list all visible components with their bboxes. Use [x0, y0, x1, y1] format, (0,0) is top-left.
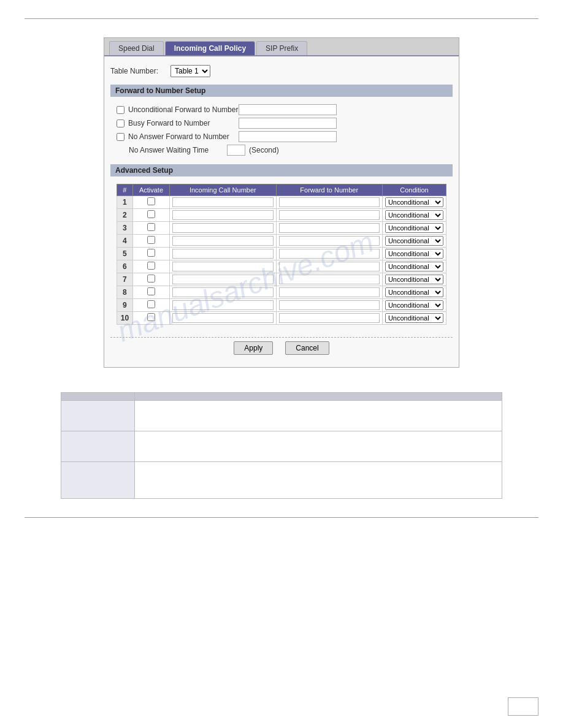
- advanced-table: # Activate Incoming Call Number Forward …: [117, 184, 446, 325]
- activate-checkbox-10[interactable]: [147, 313, 155, 321]
- bottom-row1-value: [135, 401, 502, 431]
- top-rule: [25, 18, 538, 19]
- condition-select-8[interactable]: UnconditionalBusyNo Answer: [385, 287, 443, 297]
- forward-input-5[interactable]: [279, 249, 380, 259]
- activate-cell-3: [132, 222, 169, 235]
- no-answer-input[interactable]: [239, 131, 337, 142]
- incoming-input-8[interactable]: [172, 287, 273, 297]
- advanced-table-row: 6UnconditionalBusyNo Answer: [117, 260, 446, 273]
- tab-bar: Speed Dial Incoming Call Policy SIP Pref…: [104, 38, 459, 55]
- no-answer-time-row: No Answer Waiting Time 5 (Second): [117, 145, 446, 156]
- condition-cell-4: UnconditionalBusyNo Answer: [382, 235, 446, 248]
- activate-checkbox-5[interactable]: [147, 249, 155, 257]
- col-header-activate: Activate: [132, 184, 169, 196]
- forward-cell-5: [276, 248, 382, 260]
- incoming-input-7[interactable]: [172, 275, 273, 284]
- activate-checkbox-1[interactable]: [147, 197, 155, 205]
- incoming-input-2[interactable]: [172, 210, 273, 220]
- bottom-table-row-3: [61, 462, 502, 499]
- bottom-row2-value: [135, 431, 502, 462]
- condition-select-4[interactable]: UnconditionalBusyNo Answer: [385, 236, 443, 246]
- condition-select-3[interactable]: UnconditionalBusyNo Answer: [385, 223, 443, 233]
- advanced-table-row: 1UnconditionalBusyNo Answer: [117, 196, 446, 209]
- condition-cell-10: UnconditionalBusyNo Answer: [382, 312, 446, 325]
- incoming-input-9[interactable]: [172, 300, 273, 310]
- forward-input-7[interactable]: [279, 275, 380, 284]
- forward-input-2[interactable]: [279, 210, 380, 220]
- tab-speed-dial[interactable]: Speed Dial: [109, 41, 164, 55]
- condition-cell-5: UnconditionalBusyNo Answer: [382, 248, 446, 260]
- page-container: manualsarchive.com Speed Dial Incoming C…: [0, 0, 563, 728]
- condition-select-9[interactable]: UnconditionalBusyNo Answer: [385, 300, 443, 310]
- activate-checkbox-9[interactable]: [147, 300, 155, 308]
- forward-input-9[interactable]: [279, 300, 380, 310]
- advanced-table-row: 9UnconditionalBusyNo Answer: [117, 299, 446, 312]
- forward-cell-2: [276, 209, 382, 222]
- incoming-input-5[interactable]: [172, 249, 273, 259]
- no-answer-time-input[interactable]: 5: [227, 145, 245, 156]
- row-num-5: 5: [117, 248, 133, 260]
- incoming-cell-9: [170, 299, 276, 312]
- activate-checkbox-4[interactable]: [147, 236, 155, 244]
- activate-checkbox-6[interactable]: [147, 262, 155, 270]
- condition-select-1[interactable]: UnconditionalBusyNo Answer: [385, 197, 443, 207]
- activate-checkbox-2[interactable]: [147, 210, 155, 218]
- incoming-cell-8: [170, 286, 276, 299]
- col-header-num: #: [117, 184, 133, 196]
- unconditional-checkbox[interactable]: [117, 106, 124, 114]
- activate-checkbox-3[interactable]: [147, 223, 155, 231]
- forward-input-3[interactable]: [279, 223, 380, 233]
- incoming-input-3[interactable]: [172, 223, 273, 233]
- forward-input-1[interactable]: [279, 197, 380, 207]
- busy-input[interactable]: [239, 118, 337, 129]
- apply-button[interactable]: Apply: [234, 341, 273, 355]
- tab-incoming-call-policy[interactable]: Incoming Call Policy: [165, 41, 255, 55]
- busy-forward-row: Busy Forward to Number: [117, 118, 446, 129]
- condition-select-5[interactable]: UnconditionalBusyNo Answer: [385, 249, 443, 259]
- forward-cell-4: [276, 235, 382, 248]
- bottom-row3-label: [61, 462, 135, 499]
- activate-checkbox-7[interactable]: [147, 275, 155, 282]
- incoming-input-1[interactable]: [172, 197, 273, 207]
- activate-cell-2: [132, 209, 169, 222]
- forward-input-8[interactable]: [279, 287, 380, 297]
- forward-cell-8: [276, 286, 382, 299]
- advanced-table-row: 5UnconditionalBusyNo Answer: [117, 248, 446, 260]
- row-num-9: 9: [117, 299, 133, 312]
- no-answer-time-label: No Answer Waiting Time: [129, 146, 227, 154]
- col-header-incoming: Incoming Call Number: [170, 184, 276, 196]
- condition-cell-6: UnconditionalBusyNo Answer: [382, 260, 446, 273]
- condition-select-6[interactable]: UnconditionalBusyNo Answer: [385, 262, 443, 271]
- bottom-table-header-col1: [61, 393, 135, 401]
- bottom-section: [61, 392, 502, 499]
- incoming-input-4[interactable]: [172, 236, 273, 246]
- row-num-8: 8: [117, 286, 133, 299]
- page-number-box: [508, 697, 538, 716]
- forward-input-6[interactable]: [279, 262, 380, 271]
- button-row: Apply Cancel: [110, 337, 453, 361]
- bottom-row1-label: [61, 401, 135, 431]
- col-header-forward: Forward to Number: [276, 184, 382, 196]
- activate-cell-10: [132, 312, 169, 325]
- condition-select-10[interactable]: UnconditionalBusyNo Answer: [385, 313, 443, 323]
- condition-cell-2: UnconditionalBusyNo Answer: [382, 209, 446, 222]
- busy-checkbox[interactable]: [117, 119, 124, 127]
- panel-body: Table Number: Table 1 Table 2 Table 3 Fo…: [104, 55, 459, 367]
- forward-input-10[interactable]: [279, 313, 380, 323]
- no-answer-checkbox[interactable]: [117, 133, 124, 141]
- forward-input-4[interactable]: [279, 236, 380, 246]
- cancel-button[interactable]: Cancel: [285, 341, 329, 355]
- tab-sip-prefix[interactable]: SIP Prefix: [256, 41, 307, 55]
- condition-select-7[interactable]: UnconditionalBusyNo Answer: [385, 275, 443, 284]
- table-number-select[interactable]: Table 1 Table 2 Table 3: [170, 65, 210, 77]
- incoming-input-6[interactable]: [172, 262, 273, 271]
- activate-checkbox-8[interactable]: [147, 287, 155, 295]
- unconditional-input[interactable]: [239, 104, 337, 115]
- advanced-table-row: 4UnconditionalBusyNo Answer: [117, 235, 446, 248]
- incoming-cell-7: [170, 273, 276, 286]
- incoming-input-10[interactable]: [172, 313, 273, 323]
- bottom-rule: [25, 517, 538, 518]
- unconditional-forward-row: Unconditional Forward to Number: [117, 104, 446, 115]
- condition-select-2[interactable]: UnconditionalBusyNo Answer: [385, 210, 443, 220]
- incoming-cell-2: [170, 209, 276, 222]
